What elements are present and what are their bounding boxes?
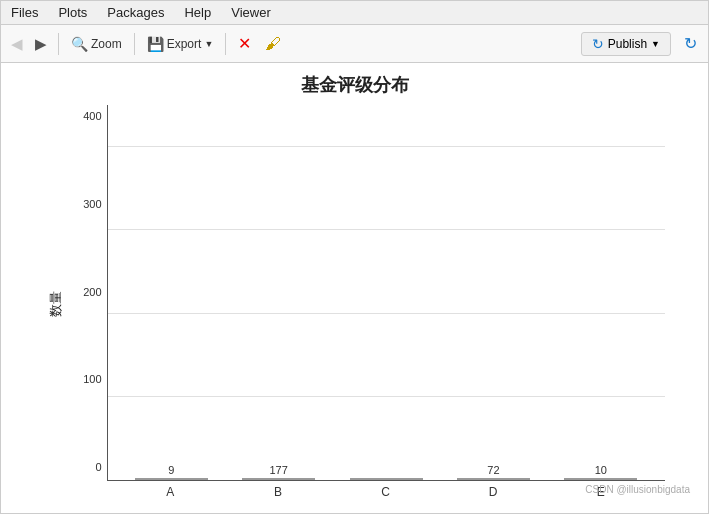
bar-group-b: 177 — [225, 464, 332, 480]
chart-title: 基金评级分布 — [301, 73, 409, 97]
publish-button[interactable]: ↻ Publish ▼ — [581, 32, 671, 56]
x-axis-labels: A B C D E — [107, 481, 665, 503]
toolbar: ◀ ▶ 🔍 Zoom 💾 Export ▼ ✕ 🖌 ↻ Publish ▼ — [1, 25, 708, 63]
x-tick-c: C — [332, 485, 440, 499]
bar-value-b: 177 — [269, 464, 287, 476]
menu-viewer[interactable]: Viewer — [227, 4, 275, 21]
bar-a — [135, 478, 208, 480]
toolbar-separator-3 — [225, 33, 226, 55]
bar-c — [350, 478, 423, 480]
export-label: Export — [167, 37, 202, 51]
menu-packages[interactable]: Packages — [103, 4, 168, 21]
zoom-label: Zoom — [91, 37, 122, 51]
bar-value-e: 10 — [595, 464, 607, 476]
publish-dropdown-icon: ▼ — [651, 39, 660, 49]
forward-arrow-icon[interactable]: ▶ — [31, 33, 51, 55]
toolbar-separator-2 — [134, 33, 135, 55]
chart-inner: 400 300 200 100 0 — [67, 105, 665, 503]
bar-group-c — [332, 476, 439, 480]
menubar: Files Plots Packages Help Viewer — [1, 1, 708, 25]
refresh-button[interactable]: ↻ — [679, 32, 702, 55]
y-axis: 400 300 200 100 0 — [67, 105, 107, 503]
clear-button[interactable]: ✕ — [233, 32, 256, 55]
app-window: Files Plots Packages Help Viewer ◀ ▶ 🔍 Z… — [0, 0, 709, 514]
back-arrow-icon[interactable]: ◀ — [7, 33, 27, 55]
publish-refresh-icon: ↻ — [592, 36, 604, 52]
bar-e — [564, 478, 637, 480]
publish-label: Publish — [608, 37, 647, 51]
y-tick-100: 100 — [83, 373, 101, 385]
bar-value-d: 72 — [487, 464, 499, 476]
brush-icon: 🖌 — [265, 35, 281, 53]
y-tick-300: 300 — [83, 198, 101, 210]
chart-plot: 9 177 — [107, 105, 665, 503]
y-axis-label-container: 数量 — [45, 105, 67, 503]
bar-group-a: 9 — [118, 464, 225, 480]
y-tick-0: 0 — [95, 461, 101, 473]
bar-value-a: 9 — [168, 464, 174, 476]
y-tick-200: 200 — [83, 286, 101, 298]
zoom-button[interactable]: 🔍 Zoom — [66, 34, 127, 54]
zoom-icon: 🔍 — [71, 36, 88, 52]
chart-wrapper: 基金评级分布 数量 400 300 200 100 0 — [45, 73, 665, 503]
export-dropdown-icon: ▼ — [204, 39, 213, 49]
menu-files[interactable]: Files — [7, 4, 42, 21]
bar-group-e: 10 — [547, 464, 654, 480]
menu-plots[interactable]: Plots — [54, 4, 91, 21]
refresh-icon: ↻ — [684, 34, 697, 53]
bar-d — [457, 478, 530, 480]
bars-container: 9 177 — [108, 105, 665, 480]
y-axis-label: 数量 — [47, 291, 65, 317]
export-icon: 💾 — [147, 36, 164, 52]
bars-area: 9 177 — [107, 105, 665, 481]
menu-help[interactable]: Help — [180, 4, 215, 21]
y-tick-400: 400 — [83, 110, 101, 122]
export-button[interactable]: 💾 Export ▼ — [142, 34, 219, 54]
bar-b — [242, 478, 315, 480]
x-tick-e: E — [547, 485, 655, 499]
plot-area: 基金评级分布 数量 400 300 200 100 0 — [1, 63, 708, 513]
x-tick-b: B — [224, 485, 332, 499]
clear-icon: ✕ — [238, 34, 251, 53]
bar-group-d: 72 — [440, 464, 547, 480]
x-tick-a: A — [117, 485, 225, 499]
x-tick-d: D — [439, 485, 547, 499]
chart-body: 数量 400 300 200 100 0 — [45, 105, 665, 503]
toolbar-separator-1 — [58, 33, 59, 55]
brush-button[interactable]: 🖌 — [260, 33, 286, 55]
